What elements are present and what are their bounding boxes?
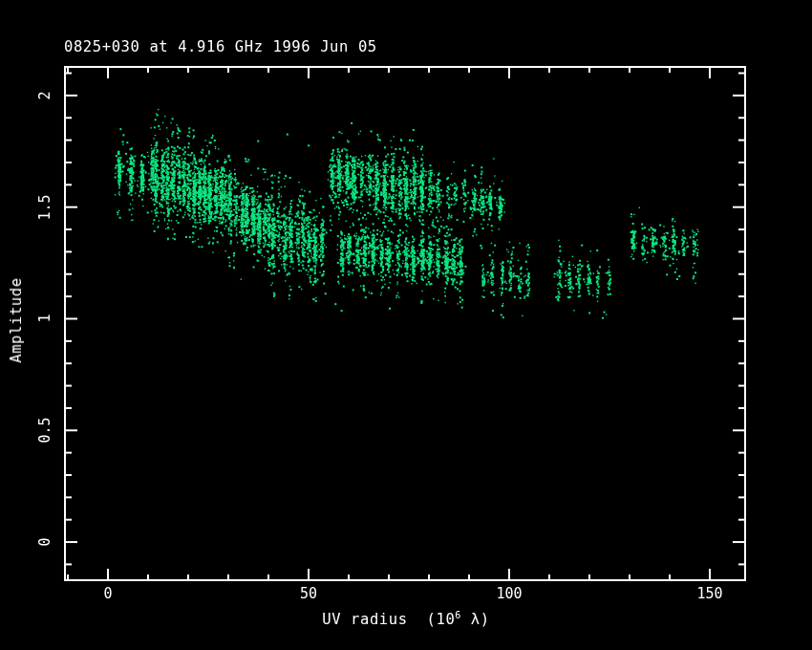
uv-scatter-canvas — [0, 0, 812, 650]
x-tick-label: 0 — [103, 585, 112, 602]
uv-amplitude-plot-window: 0825+030 at 4.916 GHz 1996 Jun 05 Amplit… — [0, 0, 812, 650]
y-tick-label: 2 — [36, 91, 53, 99]
x-tick-label: 150 — [696, 585, 722, 602]
x-axis-label: UV radius (106 λ) — [0, 611, 812, 628]
y-tick-label: 0.5 — [36, 418, 53, 444]
x-tick-label: 100 — [496, 585, 522, 602]
x-tick-label: 50 — [300, 585, 317, 602]
x-axis-label-prefix: UV radius (10 — [322, 611, 455, 628]
x-axis-label-exponent: 6 — [455, 610, 461, 620]
y-tick-label: 0 — [36, 538, 53, 547]
plot-title: 0825+030 at 4.916 GHz 1996 Jun 05 — [64, 38, 377, 55]
x-axis-label-suffix: λ) — [461, 611, 490, 628]
y-axis-label: Amplitude — [8, 277, 25, 362]
y-tick-label: 1 — [36, 314, 53, 323]
y-tick-label: 1.5 — [36, 194, 53, 220]
